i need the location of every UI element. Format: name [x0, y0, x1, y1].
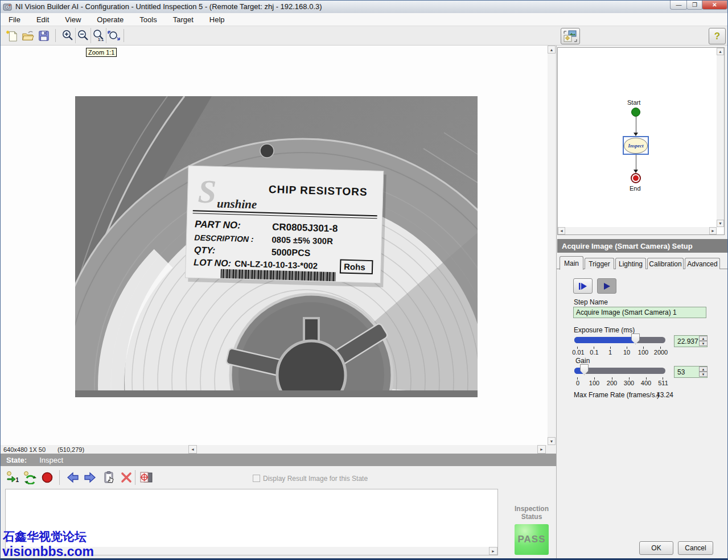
scroll-up-button[interactable]: ▲ [717, 48, 724, 55]
menu-operate[interactable]: Operate [89, 13, 131, 26]
menu-file[interactable]: File [1, 13, 28, 26]
flow-inspect-node[interactable]: Inspect [623, 136, 649, 155]
display-result-image-checkbox[interactable] [253, 475, 260, 482]
save-inspection-button[interactable] [36, 28, 51, 43]
run-inspection-once-button[interactable]: 1 [5, 470, 21, 485]
image-toggle-icon [563, 30, 578, 43]
zoom-1to1-button[interactable]: 1:1 [91, 28, 106, 43]
lot-no-label: LOT NO: [194, 257, 231, 268]
description-value: 0805 ±5% 300R [272, 234, 333, 246]
menu-target[interactable]: Target [165, 13, 201, 26]
flow-vertical-scrollbar[interactable]: ▲ ▼ [717, 48, 724, 227]
state-label: State: [6, 456, 27, 464]
cancel-button[interactable]: Cancel [678, 541, 713, 555]
zoom-to-fit-icon [107, 29, 121, 43]
scroll-left-button[interactable]: ◄ [558, 227, 565, 234]
scroll-down-button[interactable]: ▼ [548, 437, 556, 445]
max-frame-rate-label: Max Frame Rate (frames/s.) [574, 391, 659, 399]
scroll-up-button[interactable]: ▲ [548, 46, 556, 53]
flow-end-node[interactable] [631, 173, 641, 183]
menu-edit[interactable]: Edit [28, 13, 57, 26]
window-title: NI Vision Builder AI - Configuration - U… [15, 2, 322, 11]
svg-text:1:1: 1:1 [98, 38, 104, 42]
delete-step-button[interactable] [118, 470, 134, 485]
scroll-right-button[interactable]: ► [709, 227, 717, 234]
open-inspection-button[interactable] [20, 28, 35, 43]
menu-bar: File Edit View Operate Tools Target Help [1, 13, 727, 26]
menu-help[interactable]: Help [201, 13, 233, 26]
scroll-down-button[interactable]: ▼ [717, 220, 724, 227]
gain-spin-up[interactable]: ▲ [699, 367, 708, 372]
next-state-button[interactable] [82, 470, 98, 485]
description-label: DESCRIPTION : [194, 233, 254, 244]
scroll-right-button[interactable]: ► [537, 445, 546, 454]
tab-advanced[interactable]: Advanced [685, 258, 720, 269]
flow-horizontal-scrollbar[interactable]: ◄ ► [558, 227, 717, 234]
ok-button[interactable]: OK [639, 541, 673, 555]
step-run-once-button[interactable] [573, 278, 593, 294]
scroll-left-button[interactable]: ◄ [188, 445, 197, 454]
watermark-line1: 石鑫华视觉论坛 [3, 529, 87, 545]
tab-main[interactable]: Main [560, 256, 583, 270]
scroll-left-icon: ◄ [191, 447, 195, 451]
state-diagram-panel[interactable]: Start Inspect End ▲ ▼ ◄ ► [557, 47, 725, 235]
zoom-1to1-icon: 1:1 [92, 29, 105, 43]
minimize-button[interactable]: — [670, 1, 688, 10]
scroll-right-button[interactable]: ► [489, 547, 497, 555]
exposure-tick: 100 [638, 349, 648, 356]
step-run-continuous-button[interactable] [597, 278, 616, 294]
stop-inspection-button[interactable] [39, 470, 55, 485]
run-inspection-loop-button[interactable] [22, 470, 38, 485]
help-button[interactable]: ? [709, 28, 726, 44]
forward-arrow-icon [83, 471, 97, 484]
image-horizontal-scrollbar[interactable]: ◄ ► [188, 445, 546, 454]
paste-step-button[interactable] [101, 470, 117, 485]
new-inspection-button[interactable] [4, 28, 19, 43]
step-name-input[interactable]: Acquire Image (Smart Camera) 1 [573, 307, 706, 318]
tab-lighting[interactable]: Lighting [615, 258, 646, 269]
scroll-down-icon: ▼ [550, 439, 554, 443]
zoom-to-fit-button[interactable] [106, 28, 121, 43]
previous-state-button[interactable] [65, 470, 81, 485]
scroll-down-icon: ▼ [718, 221, 722, 225]
image-display-area[interactable]: S unshine CHIP RESISTORS PART NO: CR0805… [1, 46, 548, 445]
image-status-text: 640x480 1X 50 [3, 446, 46, 453]
toggle-image-display-button[interactable] [561, 28, 580, 44]
part-no-label: PART NO: [195, 219, 241, 230]
delete-x-icon [120, 471, 133, 484]
gain-label: Gain [575, 357, 590, 365]
exposure-spin-up[interactable]: ▲ [699, 336, 708, 341]
run-once-icon: 1 [6, 471, 20, 484]
image-vertical-scrollbar[interactable]: ▲ ▼ [548, 46, 556, 445]
tab-trigger[interactable]: Trigger [585, 258, 614, 269]
toolbar-separator [59, 470, 60, 485]
restore-button[interactable]: ❐ [686, 1, 703, 10]
gain-spin-down[interactable]: ▼ [699, 372, 708, 377]
result-image-icon [139, 471, 154, 484]
zoom-tooltip: Zoom 1:1 [86, 48, 117, 57]
tab-calibration[interactable]: Calibration [647, 258, 684, 269]
flow-end-label: End [630, 185, 641, 192]
svg-text:1: 1 [16, 477, 19, 483]
setup-panel-header: Acquire Image (Smart Camera) Setup [557, 239, 728, 253]
spin-up-icon: ▲ [702, 368, 705, 371]
restore-icon: ❐ [692, 2, 697, 8]
zoom-out-button[interactable] [75, 28, 91, 43]
menu-view[interactable]: View [57, 13, 89, 26]
flow-start-node[interactable] [631, 108, 640, 117]
zoom-in-button[interactable] [60, 28, 76, 43]
exposure-spin-down[interactable]: ▼ [699, 341, 708, 346]
close-button[interactable]: ✕ [702, 1, 727, 10]
camera-image-chip-resistor-reel: S unshine CHIP RESISTORS PART NO: CR0805… [75, 96, 478, 397]
step-name-label: Step Name [574, 298, 608, 306]
qty-value: 5000PCS [272, 247, 311, 258]
part-no-value: CR0805J301-8 [272, 221, 338, 234]
menu-tools[interactable]: Tools [131, 13, 164, 26]
clipboard-hand-icon [102, 471, 116, 484]
exposure-tick: 0.1 [590, 349, 598, 356]
inspection-status-indicator: PASS [515, 524, 549, 555]
select-result-image-button[interactable] [138, 470, 155, 485]
cursor-coordinates: (510,279) [57, 446, 84, 453]
exposure-tick: 1 [608, 349, 612, 356]
exposure-slider-fill [574, 337, 635, 343]
